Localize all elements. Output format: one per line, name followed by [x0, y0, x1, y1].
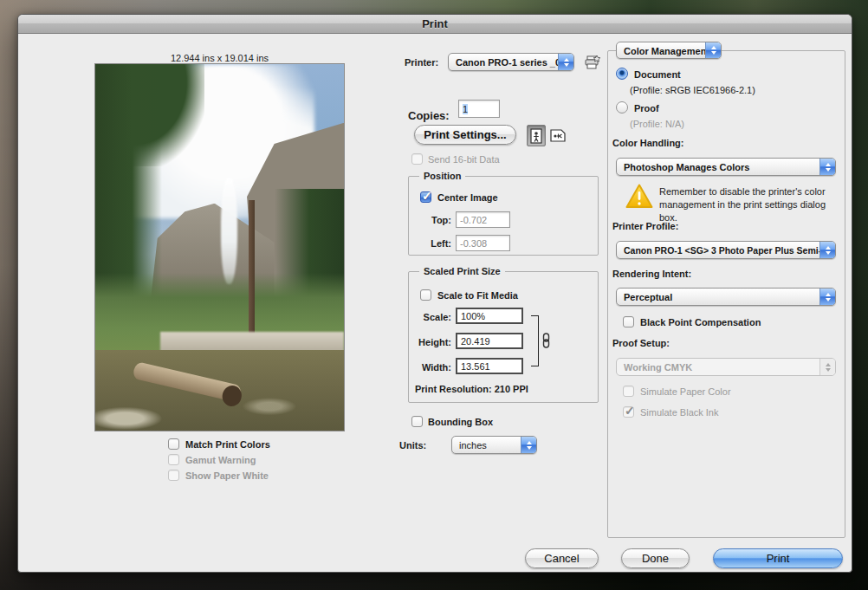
print-dialog: Print 12.944 ins x 19.014 ins Match Prin… — [17, 14, 852, 573]
print-resolution-label: Print Resolution: 210 PPI — [415, 384, 528, 394]
popup-arrows-icon — [819, 289, 835, 305]
print-preview[interactable] — [94, 63, 345, 431]
color-management-value: Color Management — [617, 42, 705, 58]
top-label: Top: — [417, 215, 451, 225]
proof-setup-value: Working CMYK — [617, 359, 819, 375]
title-bar: Print — [18, 15, 852, 34]
scale-label: Scale: — [408, 312, 451, 322]
rendering-intent-value: Perceptual — [617, 289, 819, 305]
preview-waterfall — [221, 178, 237, 284]
left-label: Left: — [417, 238, 451, 249]
printer-setup-icon[interactable] — [584, 54, 601, 75]
match-print-colors-checkbox[interactable] — [168, 438, 179, 450]
rendering-intent-label: Rendering Intent: — [612, 269, 691, 279]
color-handling-select[interactable]: Photoshop Manages Colors — [616, 158, 836, 176]
black-point-label[interactable]: Black Point Compensation — [640, 317, 761, 327]
landscape-orientation-icon — [550, 129, 566, 142]
copies-input[interactable]: 1 — [458, 100, 500, 118]
print-button[interactable]: Print — [713, 548, 843, 568]
simulate-black-label: Simulate Black Ink — [640, 407, 718, 418]
printer-profile-value: Canon PRO-1 <SG> 3 Photo Paper Plus Semi… — [617, 242, 819, 258]
show-paper-white-label: Show Paper White — [185, 470, 269, 481]
document-label[interactable]: Document — [634, 69, 681, 80]
scale-to-fit-label[interactable]: Scale to Fit Media — [437, 290, 518, 301]
units-select-value: inches — [452, 437, 521, 453]
portrait-orientation-icon — [530, 128, 542, 144]
height-field[interactable] — [456, 333, 523, 349]
color-management-select[interactable]: Color Management — [616, 42, 722, 59]
popup-arrows-icon — [819, 359, 835, 375]
link-bracket — [531, 315, 539, 366]
color-handling-label: Color Handling: — [612, 138, 684, 148]
proof-setup-label: Proof Setup: — [612, 338, 670, 348]
printer-select[interactable]: Canon PRO-1 series _0... — [448, 53, 574, 71]
center-image-label[interactable]: Center Image — [437, 192, 498, 203]
print-label: Print — [767, 552, 790, 565]
gamut-warning-checkbox — [168, 454, 179, 465]
proof-profile-label: (Profile: N/A) — [630, 119, 684, 129]
warning-text: Remember to disable the printer's color … — [659, 185, 837, 224]
popup-arrows-icon — [558, 54, 573, 70]
done-label: Done — [642, 552, 669, 565]
width-label: Width: — [406, 362, 451, 373]
width-field[interactable] — [456, 358, 523, 374]
units-select[interactable]: inches — [451, 436, 537, 454]
printer-label: Printer: — [405, 57, 438, 68]
copies-value: 1 — [463, 104, 468, 114]
bounding-box-checkbox[interactable] — [411, 416, 423, 427]
done-button[interactable]: Done — [621, 548, 690, 568]
gamut-warning-label: Gamut Warning — [185, 455, 256, 465]
popup-arrows-icon — [819, 159, 835, 175]
popup-arrows-icon — [521, 437, 536, 453]
center-image-checkbox[interactable] — [420, 191, 431, 203]
black-point-checkbox[interactable] — [623, 316, 634, 327]
proof-label[interactable]: Proof — [634, 103, 659, 113]
position-legend: Position — [419, 171, 465, 181]
cancel-label: Cancel — [544, 552, 579, 565]
popup-arrows-icon — [705, 42, 721, 58]
link-icon[interactable] — [542, 333, 550, 352]
printer-select-value: Canon PRO-1 series _0... — [449, 54, 558, 70]
rendering-intent-select[interactable]: Perceptual — [616, 288, 836, 306]
dimensions-label: 12.944 ins x 19.014 ins — [94, 53, 345, 63]
landscape-orientation-button[interactable] — [548, 125, 567, 146]
printer-profile-select[interactable]: Canon PRO-1 <SG> 3 Photo Paper Plus Semi… — [616, 241, 836, 259]
simulate-paper-label: Simulate Paper Color — [640, 386, 731, 397]
cancel-button[interactable]: Cancel — [525, 548, 599, 568]
document-profile-label: (Profile: sRGB IEC61966-2.1) — [630, 85, 755, 95]
print-settings-label: Print Settings... — [424, 128, 506, 141]
printer-profile-label: Printer Profile: — [612, 221, 678, 231]
simulate-paper-checkbox — [623, 386, 634, 397]
units-label: Units: — [399, 440, 426, 451]
document-radio[interactable] — [616, 68, 628, 80]
show-paper-white-checkbox — [168, 470, 179, 481]
bounding-box-label[interactable]: Bounding Box — [428, 417, 493, 427]
height-label: Height: — [405, 337, 451, 347]
preview-river-bank — [160, 332, 344, 352]
portrait-orientation-button[interactable] — [527, 125, 546, 146]
preview-tree-trunk — [249, 200, 255, 347]
dialog-title: Print — [422, 17, 448, 30]
scale-field[interactable] — [456, 308, 523, 324]
proof-setup-select: Working CMYK — [616, 358, 836, 376]
scaled-print-size-legend: Scaled Print Size — [419, 266, 505, 276]
simulate-black-checkbox — [623, 406, 634, 418]
send-16bit-label: Send 16-bit Data — [428, 154, 500, 165]
send-16bit-checkbox — [411, 153, 423, 165]
proof-radio[interactable] — [616, 101, 628, 113]
popup-arrows-icon — [819, 242, 835, 258]
print-settings-button[interactable]: Print Settings... — [414, 125, 516, 145]
match-print-colors-label[interactable]: Match Print Colors — [185, 439, 270, 450]
top-field[interactable] — [456, 211, 510, 228]
warning-icon — [625, 183, 654, 213]
copies-label: Copies: — [408, 109, 450, 122]
left-field[interactable] — [456, 235, 510, 251]
color-handling-value: Photoshop Manages Colors — [617, 159, 819, 175]
scale-to-fit-checkbox[interactable] — [420, 289, 431, 301]
